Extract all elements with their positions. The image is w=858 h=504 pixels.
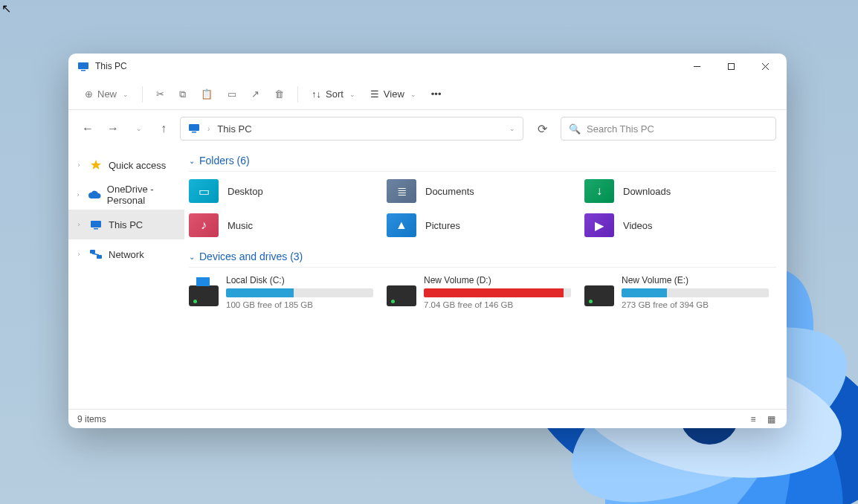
drive-free-text: 273 GB free of 394 GB (622, 300, 769, 309)
drive-label: New Volume (E:) (622, 275, 769, 285)
chevron-right-icon: › (74, 161, 83, 169)
folder-documents[interactable]: ≣Documents (387, 179, 578, 203)
svg-line-20 (92, 253, 99, 255)
sidebar-item-label: This PC (109, 219, 143, 230)
folder-downloads[interactable]: ↓Downloads (584, 179, 776, 203)
explorer-window: This PC ⊕ New ⌄ ✂ ⧉ 📋 ▭ ↗ 🗑 ↑↓ Sort ⌄ ☰ … (68, 54, 787, 428)
view-button[interactable]: ☰ View ⌄ (364, 85, 422, 103)
drive-usage-bar (424, 288, 571, 297)
cut-icon: ✂ (156, 88, 164, 100)
chevron-down-icon: ⌄ (189, 157, 195, 165)
drives-section-header[interactable]: ⌄ Devices and drives (3) (189, 248, 776, 268)
folder-icon: ≣ (387, 179, 416, 203)
main-pane: ⌄ Folders (6) ▭Desktop≣Documents↓Downloa… (184, 147, 787, 409)
svg-rect-14 (192, 132, 196, 133)
copy-button[interactable]: ⧉ (173, 85, 192, 103)
new-button[interactable]: ⊕ New ⌄ (79, 85, 135, 103)
folder-music[interactable]: ♪Music (189, 213, 381, 237)
share-button[interactable]: ↗ (245, 85, 265, 103)
minimize-button[interactable] (680, 54, 714, 79)
toolbar-separator (142, 86, 143, 103)
more-button[interactable]: ••• (425, 85, 448, 103)
search-icon: 🔍 (569, 123, 581, 135)
monitor-icon (89, 218, 103, 231)
drive-new-volume-e-[interactable]: New Volume (E:)273 GB free of 394 GB (584, 275, 776, 309)
statusbar: 9 items ≡ ▦ (68, 409, 787, 428)
chevron-down-icon: ⌄ (123, 91, 129, 98)
rename-button[interactable]: ▭ (222, 85, 242, 103)
recent-dropdown[interactable]: ⌄ (129, 120, 147, 138)
chevron-down-icon: ⌄ (410, 91, 416, 98)
plus-icon: ⊕ (85, 88, 93, 100)
sidebar-item-network[interactable]: ›Network (68, 239, 184, 269)
chevron-right-icon: › (74, 251, 83, 258)
svg-marker-15 (91, 160, 101, 169)
cloud-icon (88, 188, 101, 201)
drive-icon (387, 285, 416, 306)
item-count: 9 items (77, 414, 106, 424)
svg-rect-8 (81, 70, 86, 71)
search-input[interactable]: 🔍 Search This PC (561, 117, 776, 140)
drive-grid: Local Disk (C:)100 GB free of 185 GBNew … (189, 275, 776, 309)
chevron-down-icon: ⌄ (349, 91, 355, 98)
sidebar-item-onedrive-personal[interactable]: ›OneDrive - Personal (68, 180, 184, 210)
toolbar-separator (297, 86, 298, 103)
svg-rect-19 (97, 255, 102, 259)
copy-icon: ⧉ (179, 88, 186, 100)
sidebar-item-label: Network (109, 249, 144, 260)
chevron-down-icon: ⌄ (189, 253, 195, 261)
drive-new-volume-d-[interactable]: New Volume (D:)7.04 GB free of 146 GB (387, 275, 578, 309)
forward-button[interactable]: → (104, 120, 122, 138)
chevron-right-icon: › (74, 221, 83, 228)
address-bar[interactable]: › This PC ⌄ (180, 117, 523, 140)
paste-button[interactable]: 📋 (195, 85, 219, 103)
folder-icon: ↓ (584, 179, 614, 203)
chevron-down-icon[interactable]: ⌄ (509, 125, 515, 132)
drive-free-text: 7.04 GB free of 146 GB (424, 300, 571, 309)
breadcrumb: This PC (217, 123, 500, 135)
maximize-button[interactable] (714, 54, 748, 79)
drive-label: Local Disk (C:) (226, 275, 373, 285)
folder-videos[interactable]: ▶Videos (584, 213, 776, 237)
folder-label: Videos (623, 220, 653, 231)
drive-local-disk-c-[interactable]: Local Disk (C:)100 GB free of 185 GB (189, 275, 381, 309)
folders-section-header[interactable]: ⌄ Folders (6) (189, 152, 776, 172)
sidebar-item-label: Quick access (109, 160, 166, 171)
new-label: New (97, 88, 117, 100)
drives-header-label: Devices and drives (3) (199, 251, 303, 262)
svg-rect-7 (78, 62, 88, 69)
sidebar: ›Quick access›OneDrive - Personal›This P… (68, 147, 184, 409)
sort-label: Sort (326, 88, 343, 100)
details-view-button[interactable]: ≡ (746, 414, 760, 424)
refresh-button[interactable]: ⟳ (531, 122, 553, 136)
folder-pictures[interactable]: ▲Pictures (387, 213, 578, 237)
svg-rect-16 (91, 221, 101, 227)
chevron-right-icon: › (74, 191, 82, 198)
drive-usage-bar (622, 288, 769, 297)
close-button[interactable] (748, 54, 782, 79)
folder-icon: ♪ (189, 213, 219, 237)
breadcrumb-separator: › (207, 125, 210, 133)
rename-icon: ▭ (228, 88, 236, 100)
sidebar-item-this-pc[interactable]: ›This PC (68, 210, 184, 239)
delete-button[interactable]: 🗑 (268, 85, 290, 103)
star-icon (89, 158, 103, 172)
folder-label: Documents (425, 186, 474, 197)
back-button[interactable]: ← (79, 120, 97, 138)
sidebar-item-quick-access[interactable]: ›Quick access (68, 150, 184, 180)
drive-free-text: 100 GB free of 185 GB (226, 300, 373, 309)
drive-icon (584, 285, 614, 306)
cut-button[interactable]: ✂ (150, 85, 170, 103)
drive-label: New Volume (D:) (424, 275, 571, 285)
folder-label: Desktop (228, 186, 263, 197)
drive-icon (189, 285, 219, 306)
share-icon: ↗ (251, 88, 259, 100)
svg-rect-17 (94, 228, 98, 230)
window-title: This PC (95, 61, 127, 71)
titlebar[interactable]: This PC (68, 54, 787, 79)
folder-desktop[interactable]: ▭Desktop (189, 179, 381, 203)
network-icon (89, 248, 103, 261)
sort-button[interactable]: ↑↓ Sort ⌄ (306, 85, 361, 103)
large-icons-view-button[interactable]: ▦ (764, 414, 778, 424)
up-button[interactable]: ↑ (155, 120, 172, 138)
